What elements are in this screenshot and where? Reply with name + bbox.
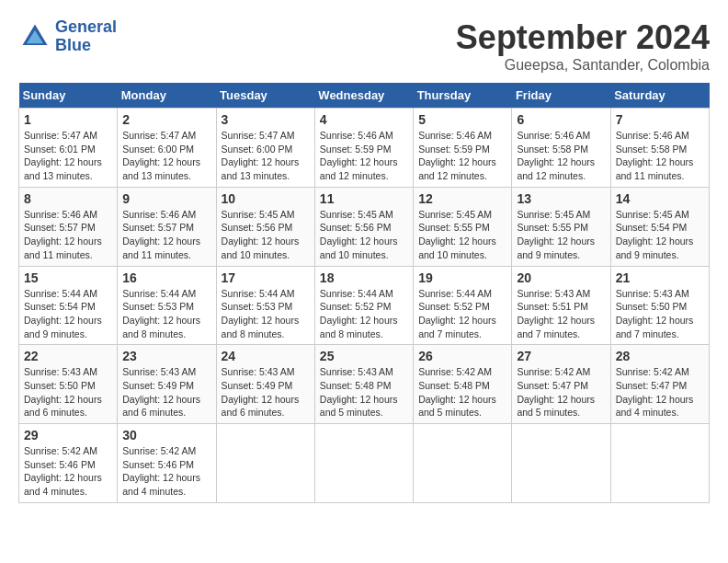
day-number: 30	[122, 428, 210, 442]
day-info: Sunrise: 5:46 AMSunset: 5:58 PMDaylight:…	[517, 129, 605, 183]
day-number: 25	[320, 349, 408, 363]
calendar-cell: 20Sunrise: 5:43 AMSunset: 5:51 PMDayligh…	[512, 266, 610, 345]
calendar-cell: 21Sunrise: 5:43 AMSunset: 5:50 PMDayligh…	[610, 266, 709, 345]
day-number: 29	[24, 428, 112, 442]
day-number: 20	[517, 270, 605, 285]
day-number: 6	[517, 112, 605, 127]
day-number: 2	[122, 112, 210, 127]
day-info: Sunrise: 5:43 AMSunset: 5:50 PMDaylight:…	[616, 287, 704, 341]
day-info: Sunrise: 5:44 AMSunset: 5:52 PMDaylight:…	[320, 287, 408, 341]
calendar-cell: 15Sunrise: 5:44 AMSunset: 5:54 PMDayligh…	[19, 266, 118, 345]
calendar-cell: 1Sunrise: 5:47 AMSunset: 6:01 PMDaylight…	[19, 109, 118, 188]
day-number: 1	[24, 112, 112, 127]
day-info: Sunrise: 5:43 AMSunset: 5:51 PMDaylight:…	[517, 287, 605, 341]
header-thursday: Thursday	[414, 83, 512, 109]
day-number: 12	[418, 191, 506, 206]
header-wednesday: Wednesday	[314, 83, 413, 109]
day-info: Sunrise: 5:43 AMSunset: 5:48 PMDaylight:…	[320, 365, 408, 419]
day-info: Sunrise: 5:42 AMSunset: 5:47 PMDaylight:…	[616, 365, 704, 419]
day-number: 11	[320, 191, 408, 206]
calendar-cell	[512, 424, 610, 503]
calendar-cell: 26Sunrise: 5:42 AMSunset: 5:48 PMDayligh…	[414, 345, 512, 424]
day-info: Sunrise: 5:45 AMSunset: 5:55 PMDaylight:…	[517, 208, 605, 262]
calendar-cell: 7Sunrise: 5:46 AMSunset: 5:58 PMDaylight…	[610, 109, 709, 188]
title-block: September 2024 Gueepsa, Santander, Colom…	[456, 18, 710, 74]
day-info: Sunrise: 5:45 AMSunset: 5:56 PMDaylight:…	[320, 208, 408, 262]
day-info: Sunrise: 5:44 AMSunset: 5:53 PMDaylight:…	[122, 287, 210, 341]
calendar-cell: 27Sunrise: 5:42 AMSunset: 5:47 PMDayligh…	[512, 345, 610, 424]
calendar-cell: 30Sunrise: 5:42 AMSunset: 5:46 PMDayligh…	[118, 424, 216, 503]
day-info: Sunrise: 5:42 AMSunset: 5:48 PMDaylight:…	[418, 365, 506, 419]
day-number: 16	[122, 270, 210, 285]
calendar-table: Sunday Monday Tuesday Wednesday Thursday…	[18, 83, 710, 503]
day-number: 13	[517, 191, 605, 206]
logo-icon	[18, 20, 51, 53]
calendar-cell: 18Sunrise: 5:44 AMSunset: 5:52 PMDayligh…	[314, 266, 413, 345]
day-info: Sunrise: 5:45 AMSunset: 5:54 PMDaylight:…	[616, 208, 704, 262]
calendar-cell: 14Sunrise: 5:45 AMSunset: 5:54 PMDayligh…	[610, 187, 709, 266]
day-info: Sunrise: 5:42 AMSunset: 5:46 PMDaylight:…	[24, 444, 112, 499]
calendar-week-3: 15Sunrise: 5:44 AMSunset: 5:54 PMDayligh…	[19, 266, 710, 345]
day-number: 22	[24, 349, 112, 363]
calendar-week-4: 22Sunrise: 5:43 AMSunset: 5:50 PMDayligh…	[19, 345, 710, 424]
day-number: 9	[122, 191, 210, 206]
header-friday: Friday	[512, 83, 610, 109]
calendar-cell: 28Sunrise: 5:42 AMSunset: 5:47 PMDayligh…	[610, 345, 709, 424]
day-number: 4	[320, 112, 408, 127]
weekday-header-row: Sunday Monday Tuesday Wednesday Thursday…	[19, 83, 710, 109]
calendar-cell: 16Sunrise: 5:44 AMSunset: 5:53 PMDayligh…	[118, 266, 216, 345]
calendar-cell: 24Sunrise: 5:43 AMSunset: 5:49 PMDayligh…	[216, 345, 314, 424]
calendar-cell: 4Sunrise: 5:46 AMSunset: 5:59 PMDaylight…	[314, 109, 413, 188]
month-title: September 2024	[456, 18, 710, 57]
day-info: Sunrise: 5:45 AMSunset: 5:56 PMDaylight:…	[222, 208, 310, 262]
day-number: 21	[616, 270, 704, 285]
day-number: 28	[616, 349, 704, 363]
day-info: Sunrise: 5:44 AMSunset: 5:54 PMDaylight:…	[24, 287, 112, 341]
calendar-cell: 9Sunrise: 5:46 AMSunset: 5:57 PMDaylight…	[118, 187, 216, 266]
calendar-cell: 5Sunrise: 5:46 AMSunset: 5:59 PMDaylight…	[414, 109, 512, 188]
day-info: Sunrise: 5:47 AMSunset: 6:01 PMDaylight:…	[24, 129, 112, 183]
logo-text: General Blue	[55, 18, 117, 55]
day-info: Sunrise: 5:46 AMSunset: 5:59 PMDaylight:…	[320, 129, 408, 183]
calendar-cell	[610, 424, 709, 503]
day-number: 17	[222, 270, 310, 285]
logo: General Blue	[18, 18, 117, 55]
calendar-cell: 25Sunrise: 5:43 AMSunset: 5:48 PMDayligh…	[314, 345, 413, 424]
day-info: Sunrise: 5:46 AMSunset: 5:58 PMDaylight:…	[616, 129, 704, 183]
header-monday: Monday	[118, 83, 216, 109]
day-number: 18	[320, 270, 408, 285]
header-sunday: Sunday	[19, 83, 118, 109]
calendar-cell: 2Sunrise: 5:47 AMSunset: 6:00 PMDaylight…	[118, 109, 216, 188]
day-number: 26	[418, 349, 506, 363]
calendar-week-1: 1Sunrise: 5:47 AMSunset: 6:01 PMDaylight…	[19, 109, 710, 188]
day-number: 5	[418, 112, 506, 127]
calendar-week-2: 8Sunrise: 5:46 AMSunset: 5:57 PMDaylight…	[19, 187, 710, 266]
day-info: Sunrise: 5:44 AMSunset: 5:52 PMDaylight:…	[418, 287, 506, 341]
day-info: Sunrise: 5:47 AMSunset: 6:00 PMDaylight:…	[222, 129, 310, 183]
calendar-cell: 13Sunrise: 5:45 AMSunset: 5:55 PMDayligh…	[512, 187, 610, 266]
calendar-cell: 29Sunrise: 5:42 AMSunset: 5:46 PMDayligh…	[19, 424, 118, 503]
day-info: Sunrise: 5:43 AMSunset: 5:49 PMDaylight:…	[222, 365, 310, 419]
calendar-cell	[314, 424, 413, 503]
day-info: Sunrise: 5:42 AMSunset: 5:47 PMDaylight:…	[517, 365, 605, 419]
location-subtitle: Gueepsa, Santander, Colombia	[456, 57, 710, 74]
page-header: General Blue September 2024 Gueepsa, San…	[18, 18, 710, 74]
day-number: 3	[222, 112, 310, 127]
day-number: 24	[222, 349, 310, 363]
calendar-cell: 3Sunrise: 5:47 AMSunset: 6:00 PMDaylight…	[216, 109, 314, 188]
day-number: 23	[122, 349, 210, 363]
calendar-cell: 17Sunrise: 5:44 AMSunset: 5:53 PMDayligh…	[216, 266, 314, 345]
header-saturday: Saturday	[610, 83, 709, 109]
day-info: Sunrise: 5:46 AMSunset: 5:57 PMDaylight:…	[122, 208, 210, 262]
calendar-cell	[216, 424, 314, 503]
day-number: 7	[616, 112, 704, 127]
calendar-cell: 12Sunrise: 5:45 AMSunset: 5:55 PMDayligh…	[414, 187, 512, 266]
day-info: Sunrise: 5:46 AMSunset: 5:59 PMDaylight:…	[418, 129, 506, 183]
calendar-cell: 22Sunrise: 5:43 AMSunset: 5:50 PMDayligh…	[19, 345, 118, 424]
day-number: 15	[24, 270, 112, 285]
calendar-cell: 6Sunrise: 5:46 AMSunset: 5:58 PMDaylight…	[512, 109, 610, 188]
day-info: Sunrise: 5:47 AMSunset: 6:00 PMDaylight:…	[122, 129, 210, 183]
day-info: Sunrise: 5:46 AMSunset: 5:57 PMDaylight:…	[24, 208, 112, 262]
day-info: Sunrise: 5:45 AMSunset: 5:55 PMDaylight:…	[418, 208, 506, 262]
calendar-week-5: 29Sunrise: 5:42 AMSunset: 5:46 PMDayligh…	[19, 424, 710, 503]
